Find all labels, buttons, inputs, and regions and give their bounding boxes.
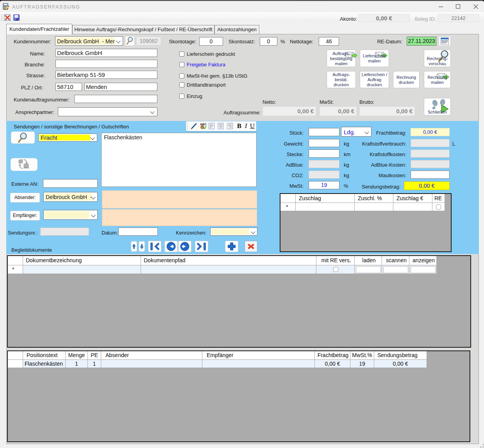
svg-text:ABC: ABC — [200, 123, 207, 126]
